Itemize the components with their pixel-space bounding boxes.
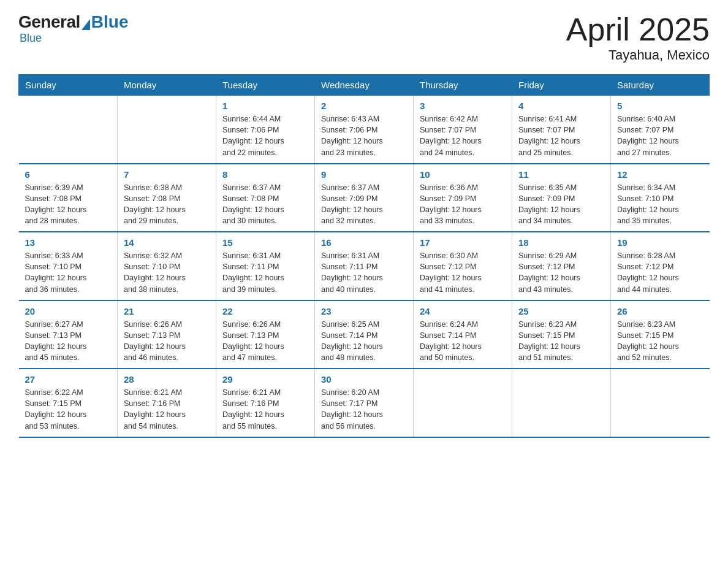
calendar-day-cell: 27Sunrise: 6:22 AM Sunset: 7:15 PM Dayli… [19,369,118,437]
day-number: 24 [420,306,506,316]
day-info: Sunrise: 6:23 AM Sunset: 7:15 PM Dayligh… [518,319,604,364]
day-number: 25 [518,306,604,316]
day-info: Sunrise: 6:37 AM Sunset: 7:09 PM Dayligh… [321,182,407,227]
day-number: 5 [617,101,703,111]
calendar-day-cell [118,96,216,164]
day-info: Sunrise: 6:38 AM Sunset: 7:08 PM Dayligh… [124,182,210,227]
day-number: 18 [518,237,604,248]
calendar-day-cell [19,96,118,164]
day-info: Sunrise: 6:25 AM Sunset: 7:14 PM Dayligh… [321,319,407,364]
logo: General Blue Blue [18,12,128,45]
calendar-week-row: 13Sunrise: 6:33 AM Sunset: 7:10 PM Dayli… [19,232,710,301]
calendar-header-row: SundayMondayTuesdayWednesdayThursdayFrid… [19,75,710,96]
day-info: Sunrise: 6:26 AM Sunset: 7:13 PM Dayligh… [124,319,210,364]
logo-triangle-icon [82,19,90,30]
day-info: Sunrise: 6:28 AM Sunset: 7:12 PM Dayligh… [617,250,703,295]
calendar-day-cell: 13Sunrise: 6:33 AM Sunset: 7:10 PM Dayli… [19,232,118,301]
calendar-day-cell: 20Sunrise: 6:27 AM Sunset: 7:13 PM Dayli… [19,301,118,369]
day-number: 27 [25,374,112,385]
calendar-day-header: Friday [512,75,611,96]
day-info: Sunrise: 6:40 AM Sunset: 7:07 PM Dayligh… [617,113,703,158]
day-info: Sunrise: 6:21 AM Sunset: 7:16 PM Dayligh… [222,387,308,432]
day-info: Sunrise: 6:30 AM Sunset: 7:12 PM Dayligh… [420,250,506,295]
day-number: 29 [222,374,308,385]
calendar-day-cell: 4Sunrise: 6:41 AM Sunset: 7:07 PM Daylig… [512,96,611,164]
day-number: 30 [321,374,407,385]
day-info: Sunrise: 6:23 AM Sunset: 7:15 PM Dayligh… [617,319,703,364]
day-number: 8 [222,169,308,180]
day-number: 3 [420,101,506,111]
day-number: 15 [222,237,308,248]
calendar-day-cell: 18Sunrise: 6:29 AM Sunset: 7:12 PM Dayli… [512,232,611,301]
logo-tagline: Blue [20,32,42,45]
day-number: 14 [124,237,210,248]
day-info: Sunrise: 6:35 AM Sunset: 7:09 PM Dayligh… [518,182,604,227]
calendar-day-cell: 2Sunrise: 6:43 AM Sunset: 7:06 PM Daylig… [315,96,414,164]
calendar-day-cell: 30Sunrise: 6:20 AM Sunset: 7:17 PM Dayli… [315,369,414,437]
day-number: 22 [222,306,308,316]
day-info: Sunrise: 6:39 AM Sunset: 7:08 PM Dayligh… [25,182,112,227]
day-number: 12 [617,169,703,180]
calendar-day-cell: 5Sunrise: 6:40 AM Sunset: 7:07 PM Daylig… [611,96,710,164]
calendar-day-cell: 14Sunrise: 6:32 AM Sunset: 7:10 PM Dayli… [118,232,216,301]
calendar-day-cell: 29Sunrise: 6:21 AM Sunset: 7:16 PM Dayli… [216,369,315,437]
day-info: Sunrise: 6:24 AM Sunset: 7:14 PM Dayligh… [420,319,506,364]
calendar-day-cell: 10Sunrise: 6:36 AM Sunset: 7:09 PM Dayli… [414,164,512,232]
day-info: Sunrise: 6:31 AM Sunset: 7:11 PM Dayligh… [321,250,407,295]
day-info: Sunrise: 6:37 AM Sunset: 7:08 PM Dayligh… [222,182,308,227]
page-subtitle: Tayahua, Mexico [566,47,710,63]
calendar-day-cell: 8Sunrise: 6:37 AM Sunset: 7:08 PM Daylig… [216,164,315,232]
calendar-week-row: 20Sunrise: 6:27 AM Sunset: 7:13 PM Dayli… [19,301,710,369]
day-info: Sunrise: 6:42 AM Sunset: 7:07 PM Dayligh… [420,113,506,158]
calendar-day-cell: 11Sunrise: 6:35 AM Sunset: 7:09 PM Dayli… [512,164,611,232]
day-info: Sunrise: 6:22 AM Sunset: 7:15 PM Dayligh… [25,387,112,432]
calendar-day-cell: 6Sunrise: 6:39 AM Sunset: 7:08 PM Daylig… [19,164,118,232]
calendar-day-header: Thursday [414,75,512,96]
calendar-day-cell: 28Sunrise: 6:21 AM Sunset: 7:16 PM Dayli… [118,369,216,437]
title-block: April 2025 Tayahua, Mexico [566,12,710,63]
calendar-day-cell: 25Sunrise: 6:23 AM Sunset: 7:15 PM Dayli… [512,301,611,369]
day-number: 2 [321,101,407,111]
day-number: 6 [25,169,112,180]
day-info: Sunrise: 6:21 AM Sunset: 7:16 PM Dayligh… [124,387,210,432]
day-number: 21 [124,306,210,316]
calendar-week-row: 6Sunrise: 6:39 AM Sunset: 7:08 PM Daylig… [19,164,710,232]
calendar-day-cell: 22Sunrise: 6:26 AM Sunset: 7:13 PM Dayli… [216,301,315,369]
calendar-week-row: 1Sunrise: 6:44 AM Sunset: 7:06 PM Daylig… [19,96,710,164]
calendar-day-cell: 15Sunrise: 6:31 AM Sunset: 7:11 PM Dayli… [216,232,315,301]
day-info: Sunrise: 6:33 AM Sunset: 7:10 PM Dayligh… [25,250,112,295]
day-number: 17 [420,237,506,248]
day-info: Sunrise: 6:27 AM Sunset: 7:13 PM Dayligh… [25,319,112,364]
calendar-day-header: Monday [118,75,216,96]
day-number: 10 [420,169,506,180]
day-number: 20 [25,306,112,316]
logo-blue-text: Blue [91,12,129,32]
day-info: Sunrise: 6:34 AM Sunset: 7:10 PM Dayligh… [617,182,703,227]
day-number: 19 [617,237,703,248]
day-number: 9 [321,169,407,180]
calendar-day-cell [611,369,710,437]
calendar-day-cell [512,369,611,437]
calendar-day-cell: 17Sunrise: 6:30 AM Sunset: 7:12 PM Dayli… [414,232,512,301]
day-number: 4 [518,101,604,111]
page-title: April 2025 [566,12,710,47]
day-info: Sunrise: 6:31 AM Sunset: 7:11 PM Dayligh… [222,250,308,295]
calendar-day-header: Saturday [611,75,710,96]
calendar-day-header: Tuesday [216,75,315,96]
calendar-day-header: Wednesday [315,75,414,96]
day-info: Sunrise: 6:29 AM Sunset: 7:12 PM Dayligh… [518,250,604,295]
day-number: 13 [25,237,112,248]
calendar-day-cell: 16Sunrise: 6:31 AM Sunset: 7:11 PM Dayli… [315,232,414,301]
page-header: General Blue Blue April 2025 Tayahua, Me… [18,12,710,63]
calendar-day-cell: 7Sunrise: 6:38 AM Sunset: 7:08 PM Daylig… [118,164,216,232]
day-info: Sunrise: 6:26 AM Sunset: 7:13 PM Dayligh… [222,319,308,364]
calendar-week-row: 27Sunrise: 6:22 AM Sunset: 7:15 PM Dayli… [19,369,710,437]
day-number: 7 [124,169,210,180]
calendar-day-cell: 21Sunrise: 6:26 AM Sunset: 7:13 PM Dayli… [118,301,216,369]
calendar-day-cell: 26Sunrise: 6:23 AM Sunset: 7:15 PM Dayli… [611,301,710,369]
logo-general-text: General [18,12,80,32]
calendar-day-cell: 24Sunrise: 6:24 AM Sunset: 7:14 PM Dayli… [414,301,512,369]
calendar-day-header: Sunday [19,75,118,96]
day-number: 26 [617,306,703,316]
calendar-day-cell: 12Sunrise: 6:34 AM Sunset: 7:10 PM Dayli… [611,164,710,232]
